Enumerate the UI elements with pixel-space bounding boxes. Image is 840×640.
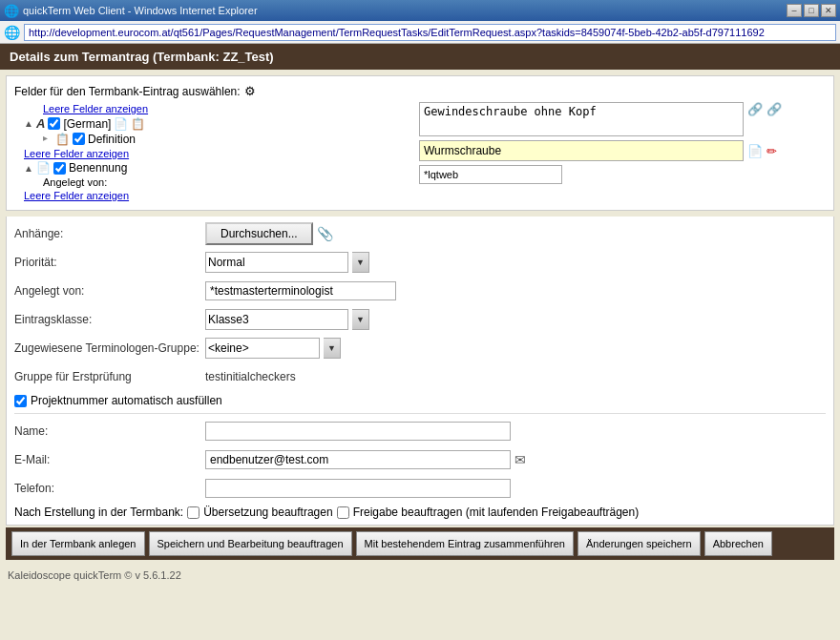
definition-input[interactable]: Gewindeschraube ohne Kopf: [419, 102, 744, 136]
angelegt-section: Angelegt von:: [43, 176, 415, 188]
left-tree: Leere Felder anzeigen ▲ A [German] 📄 📋 ▸…: [14, 102, 415, 202]
footer: Kaleidoscope quickTerm © v 5.6.1.22: [0, 566, 840, 585]
benennung-input-row: 📄 ✏: [419, 140, 822, 161]
address-bar: 🌐: [0, 21, 840, 44]
benenn-toggle[interactable]: ▲: [24, 163, 33, 174]
telefon-control: [205, 479, 511, 498]
def-label: Definition: [88, 133, 136, 146]
prioritaet-select[interactable]: Normal Hoch Niedrig: [205, 252, 348, 273]
eintragsklasse-row: Eintragsklasse: Klasse3 Klasse1 Klasse2 …: [14, 308, 826, 331]
leere-felder-row-1: Leere Felder anzeigen: [43, 103, 415, 114]
email-control: ✉: [205, 450, 526, 469]
angelegt-value-row: [419, 165, 822, 184]
eintragsklasse-select[interactable]: Klasse3 Klasse1 Klasse2: [205, 309, 348, 330]
settings-icon[interactable]: ⚙: [244, 84, 256, 98]
zusammenfuehren-button[interactable]: Mit bestehendem Eintrag zusammenführen: [356, 531, 574, 556]
zugewiesene-select[interactable]: <keine>: [205, 338, 320, 359]
minimize-button[interactable]: –: [787, 4, 802, 17]
angelegt-von-control: [205, 281, 396, 300]
eintragsklasse-label: Eintragsklasse:: [14, 313, 205, 326]
benenn-checkbox[interactable]: [53, 162, 66, 175]
angelegt-von-input[interactable]: [205, 281, 396, 300]
abbrechen-button[interactable]: Abbrechen: [704, 531, 772, 556]
email-row: E-Mail: ✉: [14, 448, 826, 471]
language-row: ▲ A [German] 📄 📋: [24, 116, 415, 131]
browse-button[interactable]: Durchsuchen...: [205, 222, 313, 245]
lang-icon-copy[interactable]: 📋: [131, 117, 145, 131]
maximize-button[interactable]: □: [804, 4, 819, 17]
definition-input-row: Gewindeschraube ohne Kopf 🔗 🔗: [419, 102, 822, 136]
telefon-label: Telefon:: [14, 482, 205, 495]
name-row: Name:: [14, 420, 826, 443]
anlegen-button[interactable]: In der Termbank anlegen: [11, 531, 145, 556]
tree-toggle-lang[interactable]: ▲: [24, 118, 33, 129]
main-content: Details zum Termantrag (Termbank: ZZ_Tes…: [0, 44, 840, 560]
anhaenge-row: Anhänge: Durchsuchen... 📎: [14, 222, 826, 245]
leere-felder-link-2[interactable]: Leere Felder anzeigen: [24, 148, 129, 159]
mail-icon[interactable]: ✉: [514, 452, 526, 467]
def-icon-ext[interactable]: 🔗: [766, 102, 782, 116]
browser-icon: 🌐: [4, 25, 20, 40]
telefon-row: Telefon:: [14, 477, 826, 500]
eintragsklasse-control: Klasse3 Klasse1 Klasse2 ▼: [205, 309, 369, 330]
benenn-icon-flag[interactable]: 📄: [747, 144, 763, 158]
prioritaet-control: Normal Hoch Niedrig ▼: [205, 252, 369, 273]
content-body: Felder für den Termbank-Eintrag auswähle…: [6, 75, 834, 211]
prioritaet-row: Priorität: Normal Hoch Niedrig ▼: [14, 251, 826, 274]
leere-felder-link-3[interactable]: Leere Felder anzeigen: [24, 190, 129, 201]
gruppe-erstpruefung-control: testinitialcheckers: [205, 370, 296, 383]
benenn-label: Benennung: [69, 161, 127, 175]
lang-checkbox[interactable]: [48, 117, 60, 130]
uebersetzung-checkbox[interactable]: [187, 506, 200, 519]
projektnummer-label: Projektnummer automatisch ausfüllen: [31, 394, 222, 407]
url-input[interactable]: [24, 24, 836, 41]
telefon-input[interactable]: [205, 479, 511, 498]
zugewiesene-row: Zugewiesene Terminologen-Gruppe: <keine>…: [14, 337, 826, 360]
benenn-icon-edit[interactable]: ✏: [766, 144, 777, 158]
leere-felder-row-3: Leere Felder anzeigen: [24, 190, 415, 201]
angelegt-value-input[interactable]: [419, 165, 562, 184]
anhaenge-label: Anhänge:: [14, 227, 205, 240]
benenn-icon-doc: 📄: [36, 161, 51, 175]
app-icon: 🌐: [4, 4, 19, 18]
page-title: Details zum Termantrag (Termbank: ZZ_Tes…: [10, 50, 274, 64]
form-section: Anhänge: Durchsuchen... 📎 Priorität: Nor…: [6, 217, 834, 526]
angelegt-label: Angelegt von:: [43, 176, 107, 188]
def-icon: 📋: [55, 133, 70, 146]
angelegt-von-row: Angelegt von:: [14, 279, 826, 302]
def-checkbox[interactable]: [73, 133, 85, 145]
email-input[interactable]: [205, 450, 511, 469]
speichern-button[interactable]: Speichern und Bearbeitung beauftragen: [149, 531, 352, 556]
email-label: E-Mail:: [14, 453, 205, 466]
aenderungen-button[interactable]: Änderungen speichern: [578, 531, 701, 556]
angelegt-von-label: Angelegt von:: [14, 284, 205, 298]
name-label: Name:: [14, 424, 205, 438]
def-icon-link[interactable]: 🔗: [747, 102, 763, 116]
prioritaet-dropdown-arrow[interactable]: ▼: [352, 252, 369, 273]
gruppe-erstpruefung-value: testinitialcheckers: [205, 370, 296, 383]
freigabe-checkbox[interactable]: [337, 506, 349, 519]
projektnummer-checkbox[interactable]: [14, 395, 27, 407]
close-button[interactable]: ✕: [821, 4, 836, 17]
creation-row: Nach Erstellung in der Termbank: Überset…: [14, 506, 826, 519]
name-input[interactable]: [205, 422, 511, 441]
lang-icon-a: A: [36, 116, 45, 131]
definition-row: ▸ 📋 Definition: [43, 133, 415, 146]
gruppe-erstpruefung-label: Gruppe für Erstprüfung: [14, 370, 205, 383]
eintragsklasse-dropdown-arrow[interactable]: ▼: [352, 309, 369, 330]
benennung-input[interactable]: [419, 140, 744, 161]
title-bar: 🌐 quickTerm Web Client - Windows Interne…: [0, 0, 840, 21]
leere-felder-link-1[interactable]: Leere Felder anzeigen: [43, 103, 148, 114]
zugewiesene-dropdown-arrow[interactable]: ▼: [324, 338, 341, 359]
action-bar: In der Termbank anlegen Speichern und Be…: [6, 527, 834, 560]
name-control: [205, 422, 511, 441]
zugewiesene-label: Zugewiesene Terminologen-Gruppe:: [14, 341, 205, 355]
right-fields: Gewindeschraube ohne Kopf 🔗 🔗 📄 ✏: [415, 102, 826, 202]
def-toggle[interactable]: ▸: [43, 133, 52, 143]
page-header: Details zum Termantrag (Termbank: ZZ_Tes…: [0, 44, 840, 70]
anhaenge-control: Durchsuchen... 📎: [205, 222, 333, 245]
footer-text: Kaleidoscope quickTerm © v 5.6.1.22: [8, 569, 181, 581]
prioritaet-label: Priorität:: [14, 256, 205, 269]
zugewiesene-control: <keine> ▼: [205, 338, 341, 359]
gruppe-erstpruefung-row: Gruppe für Erstprüfung testinitialchecke…: [14, 365, 826, 388]
